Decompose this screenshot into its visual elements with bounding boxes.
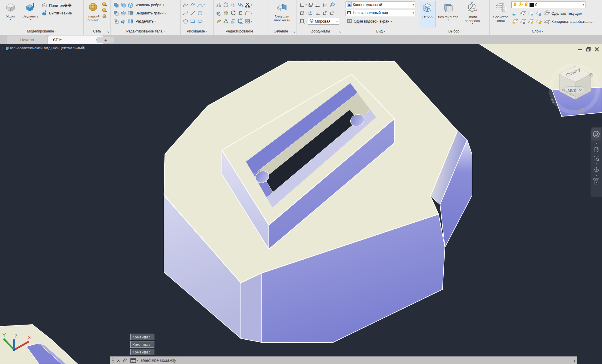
layer-unisolate-icon[interactable] xyxy=(519,18,526,25)
array-icon[interactable] xyxy=(244,18,251,25)
3d-align-icon[interactable] xyxy=(222,2,229,9)
copy-layer-button[interactable]: Копировать свойства сл xyxy=(543,18,595,26)
ucs-move-icon[interactable] xyxy=(298,18,306,25)
ucs-icon[interactable] xyxy=(298,2,306,9)
new-tab-button[interactable]: + xyxy=(97,37,114,43)
modify-dropdown-icon[interactable]: ▾ xyxy=(251,4,252,6)
command-expand-icon[interactable]: ▴ xyxy=(574,359,575,362)
panel-label-draw[interactable]: Рисование▾ xyxy=(181,28,213,34)
navbar-dropdown-icon[interactable]: ▾ xyxy=(596,162,597,165)
rotate-icon[interactable] xyxy=(229,10,237,17)
wcs-menu-button[interactable]: МСК xyxy=(565,87,584,94)
union-icon[interactable] xyxy=(113,2,120,9)
restore-icon[interactable] xyxy=(586,47,591,53)
ucs-x-rotate-icon[interactable]: x xyxy=(298,10,306,17)
named-view-combo[interactable]: Несохраненный вид ▾ xyxy=(346,10,415,16)
command-bar-drag-handle[interactable] xyxy=(112,358,114,363)
polysolid-button[interactable]: Полител�� xyxy=(40,2,73,9)
rectangle-icon[interactable] xyxy=(189,18,196,25)
layer-combo[interactable]: 0 ▾ xyxy=(511,2,585,8)
orbit-button[interactable] xyxy=(591,165,601,174)
stretch-icon[interactable] xyxy=(237,10,244,17)
polygon-icon[interactable] xyxy=(182,18,189,25)
panel-label-layers[interactable]: Слои▾ xyxy=(490,28,602,34)
dropdown-icon[interactable]: ▾ xyxy=(30,18,31,21)
filter-button[interactable]: Без фильтра ▾ xyxy=(436,1,461,21)
circle-icon[interactable] xyxy=(196,10,203,17)
spline-icon[interactable] xyxy=(182,10,189,17)
trim-icon[interactable] xyxy=(244,2,251,9)
separate-button[interactable]: Разделить▾ xyxy=(134,17,158,25)
arc-icon[interactable] xyxy=(196,2,203,9)
panel-label-coordinates[interactable]: Координаты xyxy=(296,28,343,34)
mesh-refine-remove-icon[interactable] xyxy=(102,7,107,13)
visual-style-combo[interactable]: Концептуальный ▾ xyxy=(346,2,415,8)
gizmo-button[interactable]: Гизмо переноса ▾ xyxy=(461,1,484,25)
panel-expand-icon[interactable]: ↘ xyxy=(339,30,342,34)
panel-label-solid-editing[interactable]: Редактирование тела▾ xyxy=(111,28,180,34)
culling-button[interactable]: Отбор xyxy=(419,1,436,27)
extrude-faces-button[interactable]: Выдавить грани▾ xyxy=(134,9,167,17)
layer-properties-button[interactable]: Свойства слоя xyxy=(490,1,511,23)
layer-on-icon[interactable] xyxy=(511,18,519,25)
3d-polyline-icon[interactable] xyxy=(189,2,196,9)
circle-dropdown-icon[interactable]: ▾ xyxy=(203,12,205,14)
ucs-named-icon[interactable] xyxy=(307,2,314,9)
ucs-origin-icon[interactable] xyxy=(314,2,321,9)
line-icon[interactable] xyxy=(189,10,196,17)
ellipse-icon[interactable] xyxy=(196,18,203,25)
command-bar[interactable]: × ▾ Введите команду ▴ xyxy=(110,356,577,364)
layer-off-icon[interactable] xyxy=(511,10,519,17)
tab-drawing-st1[interactable]: ST1* × xyxy=(48,35,103,44)
extract-edges-icon[interactable] xyxy=(127,2,134,9)
extrude-faces-icon[interactable] xyxy=(127,10,134,17)
layer-unlock-row-icon[interactable] xyxy=(535,18,542,25)
panel-label-modeling[interactable]: Моделирование▾ xyxy=(0,28,83,34)
layer-thaw-icon[interactable] xyxy=(527,18,534,25)
imprint-icon[interactable] xyxy=(120,18,127,25)
section-plane-button[interactable]: Секущая плоскость xyxy=(269,1,295,22)
move-icon[interactable] xyxy=(229,2,237,9)
modify-dropdown-icon[interactable]: ▾ xyxy=(251,12,252,14)
copy-icon[interactable] xyxy=(237,2,244,9)
subtract-icon[interactable] xyxy=(113,10,120,17)
scale-icon[interactable] xyxy=(229,18,237,25)
layer-isolate-icon[interactable] xyxy=(519,10,526,17)
layer-lock-icon[interactable] xyxy=(535,10,542,17)
panel-label-selection[interactable]: Выбор xyxy=(418,28,489,34)
offset-icon[interactable] xyxy=(237,18,244,25)
mesh-refine-add-icon[interactable] xyxy=(102,1,107,7)
customize-wrench-icon[interactable] xyxy=(123,357,128,364)
dropdown-icon[interactable]: ▾ xyxy=(10,18,11,21)
ucs-world-mini-icon[interactable] xyxy=(328,2,336,9)
command-bar-close-icon[interactable]: × xyxy=(117,358,120,363)
model-step-face[interactable] xyxy=(241,273,261,342)
arc-dropdown-icon[interactable]: ▾ xyxy=(203,4,205,6)
zoom-extents-button[interactable] xyxy=(591,154,601,162)
tab-start[interactable]: Начало xyxy=(7,35,47,44)
solid-history-icon[interactable] xyxy=(215,10,222,17)
viewport-config-button[interactable]: Один видовой экран ▾ xyxy=(346,18,416,25)
intersect-icon[interactable] xyxy=(113,18,120,25)
extract-edges-button[interactable]: Извлечь ребра▾ xyxy=(134,1,165,9)
ucs-object-icon[interactable] xyxy=(314,10,321,17)
close-icon[interactable] xyxy=(594,47,600,53)
mesh-crease-icon[interactable] xyxy=(102,13,107,19)
ucs-z-axis-icon[interactable]: Z xyxy=(321,10,328,17)
3d-scale-icon[interactable] xyxy=(222,18,229,25)
modify-dropdown-icon[interactable]: ▾ xyxy=(251,20,252,23)
mirror-icon[interactable] xyxy=(215,2,222,9)
thicken-icon[interactable] xyxy=(120,10,127,17)
polyline-icon[interactable] xyxy=(182,2,189,9)
separate-icon[interactable] xyxy=(127,18,134,25)
ellipse-dropdown-icon[interactable]: ▾ xyxy=(203,20,205,23)
slice-icon[interactable] xyxy=(120,2,127,9)
3d-rotate-icon[interactable] xyxy=(222,10,229,17)
viewport-controls-label[interactable]: [−][Пользовательский вид][Концептуальный… xyxy=(2,46,85,50)
box-button[interactable]: Ящик ▾ xyxy=(1,1,20,21)
ucs-3point-icon[interactable]: 3 xyxy=(328,10,336,17)
pan-button[interactable] xyxy=(591,145,601,154)
ucs-dropdown-icon[interactable]: ▾ xyxy=(306,20,307,23)
navbar-dropdown-icon[interactable]: ▾ xyxy=(596,174,597,177)
panel-label-modify[interactable]: Редактирование▾ xyxy=(214,28,268,34)
